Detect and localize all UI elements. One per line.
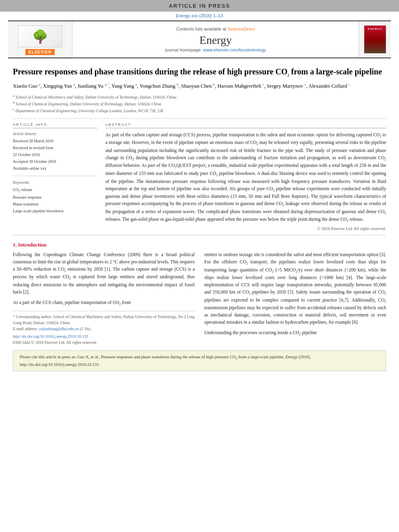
article-info-label: ARTICLE INFO	[13, 123, 97, 128]
citation-bar: Please cite this article in press as: Gu…	[13, 350, 386, 371]
abstract-col: ABSTRACT As part of the carbon capture a…	[105, 123, 386, 231]
abstract-label: ABSTRACT	[105, 123, 386, 128]
intro-p2: As a part of the CCS chain, pipeline tra…	[13, 299, 195, 307]
footnote-email: E-mail address: yujianliang@dlut.edu.cn …	[13, 326, 195, 332]
keywords-label: Keywords:	[13, 180, 97, 185]
affil-b: b School of Chemical Engineering, Dalian…	[13, 100, 386, 107]
intro-p1: Following the Copenhagen Climate Change …	[13, 251, 195, 296]
energy-cover-image: ENERGY	[364, 25, 386, 53]
article-info-col: ARTICLE INFO Article history: Received 2…	[13, 123, 97, 231]
tree-icon: 🌳	[32, 29, 48, 44]
elsevier-logo-box: 🌳	[18, 25, 62, 47]
footnote-area: * Corresponding author. School of Chemic…	[13, 311, 195, 345]
keyword-2: Pressure response	[13, 194, 97, 201]
divider-1	[13, 118, 386, 119]
journal-ref-line: Energy xxx (2016) 1–13	[0, 12, 399, 21]
body-col-left: Following the Copenhagen Climate Change …	[13, 251, 195, 345]
history-label: Article history:	[13, 131, 97, 136]
abstract-text: As part of the carbon capture and storag…	[105, 131, 386, 224]
elsevier-logo-area: 🌳 ELSEVIER	[8, 21, 72, 58]
keywords-list: CO2 release Pressure response Phase tran…	[13, 186, 97, 215]
intro-p3: emitter to onshore storage site is consi…	[204, 251, 386, 326]
intro-p4: Understanding the processes occurring in…	[204, 329, 386, 337]
journal-header-center: Contents lists available at ScienceDirec…	[72, 21, 359, 58]
homepage-line: journal homepage: www.elsevier.com/locat…	[165, 47, 266, 52]
affiliations: a School of Chemical Machinery and Safet…	[13, 93, 386, 114]
divider-3	[13, 235, 386, 235]
keyword-4: Large-scale pipeline blowdown	[13, 207, 97, 214]
sciencedirect-link[interactable]: ScienceDirect	[228, 27, 255, 31]
affil-c: c Department of Chemical Engineering, Un…	[13, 107, 386, 114]
divider-2	[13, 176, 97, 176]
authors-line: Xiaolu Guo a, Xingqing Yan a, Jianliang …	[13, 82, 386, 90]
homepage-url[interactable]: www.elsevier.com/locate/energy	[203, 47, 266, 52]
introduction-heading: 1. Introduction	[13, 242, 386, 248]
article-title: Pressure responses and phase transitions…	[13, 66, 386, 78]
footnote-corresponding: * Corresponding author. School of Chemic…	[13, 314, 195, 326]
journal-name: Energy	[200, 34, 232, 47]
article-in-press-banner: ARTICLE IN PRESS	[0, 0, 399, 12]
journal-header: 🌳 ELSEVIER Contents lists available at S…	[8, 21, 391, 58]
body-text-row: Following the Copenhagen Climate Change …	[13, 251, 386, 345]
copyright-line: © 2016 Elsevier Ltd. All rights reserved…	[105, 226, 386, 231]
keyword-3: Phase transition	[13, 201, 97, 207]
doi-link[interactable]: http://dx.doi.org/10.1016/j.energy.2016.…	[13, 333, 195, 339]
keyword-1: CO2 release	[13, 186, 97, 194]
contents-line: Contents lists available at ScienceDirec…	[176, 27, 255, 31]
article-info-abstract-row: ARTICLE INFO Article history: Received 2…	[13, 123, 386, 231]
main-content: Pressure responses and phase transitions…	[0, 58, 399, 532]
elsevier-label: ELSEVIER	[25, 49, 55, 55]
journal-cover-thumb: ENERGY	[359, 21, 391, 58]
affil-a: a School of Chemical Machinery and Safet…	[13, 93, 386, 100]
body-col-right: emitter to onshore storage site is consi…	[204, 251, 386, 345]
article-dates: Received 28 March 2016 Received in revis…	[13, 138, 97, 172]
issn-line: 0360-5442/© 2016 Elsevier Ltd. All right…	[13, 339, 195, 345]
